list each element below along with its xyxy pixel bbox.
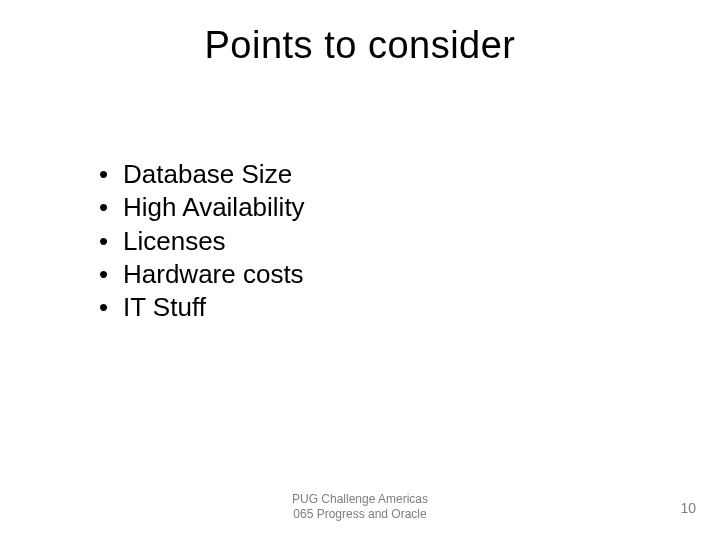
- footer-line-2: 065 Progress and Oracle: [0, 507, 720, 522]
- list-item: IT Stuff: [95, 291, 305, 324]
- list-item: Licenses: [95, 225, 305, 258]
- slide: Points to consider Database Size High Av…: [0, 0, 720, 540]
- list-item: High Availability: [95, 191, 305, 224]
- bullet-list: Database Size High Availability Licenses…: [95, 158, 305, 324]
- footer-text: PUG Challenge Americas 065 Progress and …: [0, 492, 720, 522]
- slide-title: Points to consider: [0, 24, 720, 67]
- list-item: Hardware costs: [95, 258, 305, 291]
- footer-line-1: PUG Challenge Americas: [0, 492, 720, 507]
- list-item: Database Size: [95, 158, 305, 191]
- page-number: 10: [680, 500, 696, 516]
